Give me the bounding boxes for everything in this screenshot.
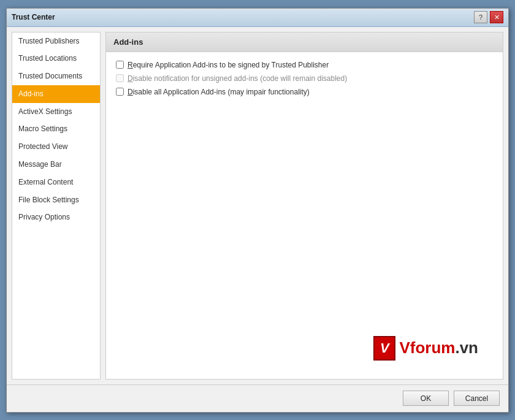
main-panel: Add-ins Require Application Add-ins to b…: [105, 32, 503, 380]
cancel-button[interactable]: Cancel: [454, 391, 500, 406]
ok-button[interactable]: OK: [403, 391, 449, 406]
checkbox-require-signed[interactable]: [116, 61, 124, 69]
sidebar-item-file-block-settings[interactable]: File Block Settings: [12, 191, 100, 209]
dialog-footer: OK Cancel: [7, 384, 508, 412]
label-require-signed: Require Application Add-ins to be signed…: [128, 61, 329, 69]
sidebar-item-external-content[interactable]: External Content: [12, 174, 100, 191]
sidebar-item-trusted-publishers[interactable]: Trusted Publishers: [12, 32, 100, 50]
checkbox-row-disable-all: Disable all Application Add-ins (may imp…: [116, 88, 493, 96]
title-bar-buttons: ? ✕: [474, 11, 503, 23]
checkbox-disable-notification[interactable]: [116, 74, 124, 82]
help-button[interactable]: ?: [474, 11, 487, 23]
panel-header: Add-ins: [106, 32, 503, 52]
dialog-content: Trusted Publishers Trusted Locations Tru…: [7, 27, 508, 384]
vforum-site-text: Vforum.vn: [399, 338, 478, 357]
underline-d2: D: [128, 88, 133, 96]
sidebar-item-trusted-locations[interactable]: Trusted Locations: [12, 50, 100, 67]
checkbox-disable-all[interactable]: [116, 88, 124, 96]
sidebar-item-privacy-options[interactable]: Privacy Options: [12, 208, 100, 226]
close-button[interactable]: ✕: [490, 11, 503, 23]
trust-center-dialog: Trust Center ? ✕ Trusted Publishers Trus…: [6, 8, 509, 413]
v-icon: V: [373, 336, 395, 361]
vforum-logo: V Vforum.vn: [373, 336, 478, 361]
sidebar-item-add-ins[interactable]: Add-ins: [12, 85, 100, 103]
dialog-title: Trust Center: [12, 13, 55, 21]
label-disable-notification: Disable notification for unsigned add-in…: [128, 74, 347, 83]
sidebar: Trusted Publishers Trusted Locations Tru…: [12, 32, 101, 380]
checkbox-row-disable-notification: Disable notification for unsigned add-in…: [116, 74, 493, 83]
underline-d1: D: [128, 74, 133, 83]
sidebar-item-activex-settings[interactable]: ActiveX Settings: [12, 103, 100, 121]
title-bar: Trust Center ? ✕: [7, 9, 508, 27]
watermark: V Vforum.vn: [373, 336, 478, 361]
panel-body: Require Application Add-ins to be signed…: [106, 52, 503, 379]
sidebar-item-trusted-documents[interactable]: Trusted Documents: [12, 67, 100, 85]
vforum-tld: .vn: [455, 338, 478, 357]
label-disable-all: Disable all Application Add-ins (may imp…: [128, 88, 310, 96]
sidebar-item-macro-settings[interactable]: Macro Settings: [12, 120, 100, 138]
sidebar-item-message-bar[interactable]: Message Bar: [12, 156, 100, 174]
checkbox-row-require-signed: Require Application Add-ins to be signed…: [116, 61, 493, 69]
underline-r: R: [128, 61, 133, 69]
sidebar-item-protected-view[interactable]: Protected View: [12, 138, 100, 156]
vforum-name: Vforum: [399, 338, 455, 357]
